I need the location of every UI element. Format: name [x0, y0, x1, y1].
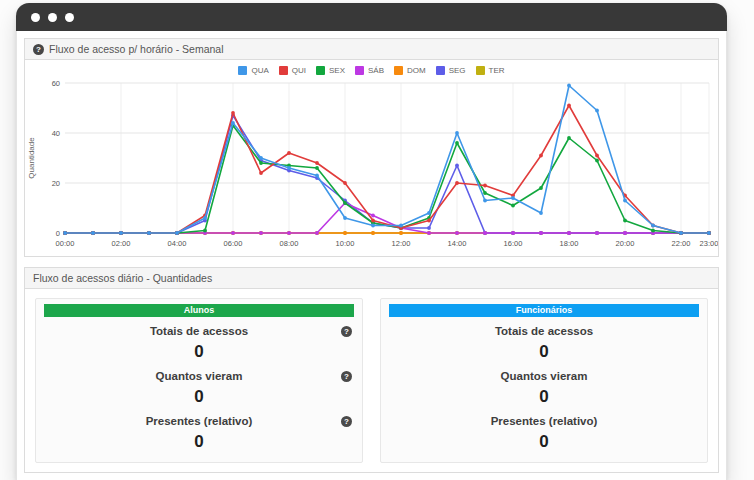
app-window: ? Fluxo de acesso p/ horário - Semanal Q…	[16, 3, 727, 480]
help-icon[interactable]: ?	[341, 371, 352, 382]
data-point[interactable]	[399, 224, 403, 228]
legend-item-ter[interactable]: TER	[476, 66, 505, 75]
data-point[interactable]	[455, 231, 459, 235]
data-point[interactable]	[287, 166, 291, 170]
help-icon[interactable]: ?	[341, 416, 352, 427]
data-point[interactable]	[455, 164, 459, 168]
data-point[interactable]	[315, 231, 319, 235]
card-row-label: Presentes (relativo)	[389, 415, 699, 428]
window-control-dot[interactable]	[31, 13, 40, 22]
data-point[interactable]	[651, 229, 655, 233]
data-point[interactable]	[119, 231, 123, 235]
data-point[interactable]	[287, 151, 291, 155]
legend-swatch	[279, 66, 288, 75]
data-point[interactable]	[427, 211, 431, 215]
data-point[interactable]	[595, 154, 599, 158]
legend-item-qui[interactable]: QUI	[279, 66, 306, 75]
data-point[interactable]	[315, 166, 319, 170]
data-point[interactable]	[343, 181, 347, 185]
data-point[interactable]	[231, 121, 235, 125]
data-point[interactable]	[371, 219, 375, 223]
data-point[interactable]	[483, 184, 487, 188]
legend-item-sáb[interactable]: SÁB	[355, 66, 384, 75]
data-point[interactable]	[175, 231, 179, 235]
daily-quantities-panel: Fluxo de acessos diário - Quantidades Al…	[24, 267, 719, 473]
data-point[interactable]	[343, 216, 347, 220]
data-point[interactable]	[567, 84, 571, 88]
svg-text:60: 60	[52, 79, 60, 88]
help-icon[interactable]: ?	[341, 326, 352, 337]
data-point[interactable]	[259, 161, 263, 165]
data-point[interactable]	[399, 231, 403, 235]
data-point[interactable]	[371, 224, 375, 228]
data-point[interactable]	[511, 204, 515, 208]
data-point[interactable]	[259, 171, 263, 175]
data-point[interactable]	[539, 186, 543, 190]
data-point[interactable]	[259, 231, 263, 235]
data-point[interactable]	[567, 104, 571, 108]
data-point[interactable]	[371, 231, 375, 235]
legend-label: SEG	[449, 66, 466, 75]
svg-text:0: 0	[56, 229, 60, 238]
series-line-qua	[65, 86, 709, 234]
data-point[interactable]	[539, 231, 543, 235]
data-point[interactable]	[483, 231, 487, 235]
data-point[interactable]	[567, 231, 571, 235]
series-line-sáb	[65, 203, 709, 233]
data-point[interactable]	[623, 219, 627, 223]
data-point[interactable]	[203, 216, 207, 220]
help-icon[interactable]: ?	[33, 44, 44, 55]
data-point[interactable]	[315, 174, 319, 178]
card-header: Alunos	[44, 304, 354, 317]
data-point[interactable]	[623, 199, 627, 203]
data-point[interactable]	[315, 161, 319, 165]
legend-swatch	[394, 66, 403, 75]
card-row-value: 0	[389, 432, 699, 452]
data-point[interactable]	[511, 231, 515, 235]
data-point[interactable]	[623, 231, 627, 235]
data-point[interactable]	[427, 231, 431, 235]
data-point[interactable]	[483, 191, 487, 195]
svg-text:14:00: 14:00	[448, 239, 467, 248]
data-point[interactable]	[511, 196, 515, 200]
weekly-flow-panel-header: ? Fluxo de acesso p/ horário - Semanal	[25, 39, 718, 60]
legend-item-sex[interactable]: SEX	[316, 66, 345, 75]
window-titlebar	[16, 3, 727, 31]
data-point[interactable]	[371, 214, 375, 218]
data-point[interactable]	[259, 156, 263, 160]
data-point[interactable]	[343, 201, 347, 205]
data-point[interactable]	[539, 154, 543, 158]
data-point[interactable]	[595, 159, 599, 163]
data-point[interactable]	[483, 199, 487, 203]
data-point[interactable]	[455, 131, 459, 135]
legend-label: TER	[489, 66, 505, 75]
data-point[interactable]	[679, 231, 683, 235]
data-point[interactable]	[595, 231, 599, 235]
legend-swatch	[436, 66, 445, 75]
data-point[interactable]	[231, 111, 235, 115]
window-control-dot[interactable]	[48, 13, 57, 22]
legend-item-seg[interactable]: SEG	[436, 66, 466, 75]
data-point[interactable]	[63, 231, 67, 235]
data-point[interactable]	[91, 231, 95, 235]
data-point[interactable]	[707, 231, 711, 235]
data-point[interactable]	[651, 224, 655, 228]
card-row-label: Presentes (relativo)?	[44, 415, 354, 428]
window-control-dot[interactable]	[65, 13, 74, 22]
data-point[interactable]	[147, 231, 151, 235]
data-point[interactable]	[567, 136, 571, 140]
data-point[interactable]	[287, 231, 291, 235]
svg-text:02:00: 02:00	[112, 239, 131, 248]
data-point[interactable]	[595, 109, 599, 113]
data-point[interactable]	[343, 231, 347, 235]
data-point[interactable]	[427, 219, 431, 223]
legend-item-dom[interactable]: DOM	[394, 66, 426, 75]
data-point[interactable]	[203, 229, 207, 233]
weekly-flow-chart: QUAQUISEXSÁBDOMSEGTER 00:0002:0004:0006:…	[25, 60, 718, 256]
legend-item-qua[interactable]: QUA	[238, 66, 268, 75]
data-point[interactable]	[539, 211, 543, 215]
data-point[interactable]	[231, 231, 235, 235]
data-point[interactable]	[455, 181, 459, 185]
data-point[interactable]	[455, 141, 459, 145]
data-point[interactable]	[427, 226, 431, 230]
